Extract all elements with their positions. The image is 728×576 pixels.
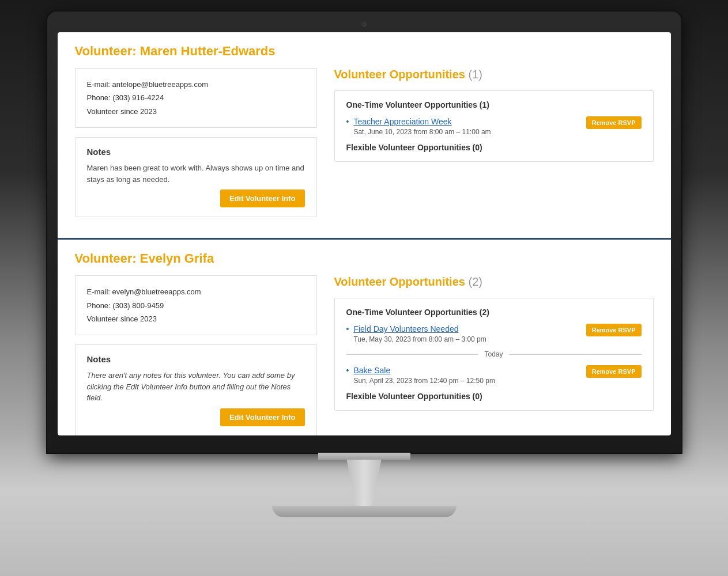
notes-text-maren: Maren has been great to work with. Alway… [87,162,305,185]
opportunities-card-maren: One-Time Volunteer Opportunities (1)•Tea… [334,90,654,162]
phone-evelyn: Phone: (303) 800-9459 [87,299,305,312]
opp-item-evelyn-0: •Field Day Volunteers NeededTue, May 30,… [346,324,642,343]
notes-card-evelyn: NotesThere aren't any notes for this vol… [75,344,317,435]
monitor-stand-base [272,506,457,517]
flexible-title-maren: Flexible Volunteer Opportunities (0) [346,143,642,152]
monitor-camera [362,22,367,26]
opportunities-count-maren: (1) [468,68,482,81]
edit-volunteer-button-maren[interactable]: Edit Volunteer Info [220,190,305,207]
since-maren: Volunteer since 2023 [87,105,305,118]
opp-item-evelyn-1: •Bake SaleSun, April 23, 2023 from 12:40… [346,365,642,385]
opp-details-maren-0: Teacher Appreciation WeekSat, June 10, 2… [353,116,580,136]
volunteer-content-maren: E-mail: antelope@bluetreeapps.com Phone:… [75,68,654,226]
one-time-title-maren: One-Time Volunteer Opportunities (1) [346,100,642,109]
edit-volunteer-button-evelyn[interactable]: Edit Volunteer Info [220,408,305,426]
volunteer-content-evelyn: E-mail: evelyn@bluetreeapps.com Phone: (… [75,275,654,435]
opp-link-evelyn-0[interactable]: Field Day Volunteers Needed [353,324,458,334]
since-evelyn: Volunteer since 2023 [87,312,305,325]
email-evelyn: E-mail: evelyn@bluetreeapps.com [87,285,305,298]
notes-text-evelyn: There aren't any notes for this voluntee… [87,370,305,404]
opp-bullet-evelyn-1: • [346,366,349,375]
today-divider-line-right [509,354,642,355]
volunteer-section-evelyn: Volunteer: Evelyn Grifa E-mail: evelyn@b… [58,240,671,435]
today-divider-evelyn: Today [346,350,642,358]
phone-maren: Phone: (303) 916-4224 [87,91,305,104]
volunteer-left-evelyn: E-mail: evelyn@bluetreeapps.com Phone: (… [75,275,317,435]
opp-details-evelyn-0: Field Day Volunteers NeededTue, May 30, … [353,324,580,343]
monitor-stand-top [318,453,410,460]
monitor-frame: Volunteer: Maren Hutter-Edwards E-mail: … [47,12,681,507]
notes-title-maren: Notes [87,147,305,157]
opportunities-card-evelyn: One-Time Volunteer Opportunities (2)•Fie… [334,298,654,411]
monitor-bezel: Volunteer: Maren Hutter-Edwards E-mail: … [47,12,681,453]
volunteer-right-maren: Volunteer Opportunities (1)One-Time Volu… [334,68,654,226]
email-maren: E-mail: antelope@bluetreeapps.com [87,78,305,91]
opp-link-maren-0[interactable]: Teacher Appreciation Week [353,117,451,126]
opp-date-maren-0: Sat, June 10, 2023 from 8:00 am – 11:00 … [353,128,580,136]
volunteer-left-maren: E-mail: antelope@bluetreeapps.com Phone:… [75,68,317,226]
volunteer-right-evelyn: Volunteer Opportunities (2)One-Time Volu… [334,275,654,435]
opportunities-title-evelyn: Volunteer Opportunities (2) [334,275,654,289]
flexible-title-evelyn: Flexible Volunteer Opportunities (0) [346,392,642,401]
monitor-screen: Volunteer: Maren Hutter-Edwards E-mail: … [58,32,671,435]
opp-item-maren-0: •Teacher Appreciation WeekSat, June 10, … [346,116,642,136]
opp-date-evelyn-0: Tue, May 30, 2023 from 8:00 am – 3:00 pm [353,335,580,343]
opp-link-evelyn-1[interactable]: Bake Sale [353,366,390,375]
opportunities-title-maren: Volunteer Opportunities (1) [334,68,654,81]
today-divider-line-left [346,354,479,355]
volunteer-title-maren: Volunteer: Maren Hutter-Edwards [75,44,654,59]
info-card-evelyn: E-mail: evelyn@bluetreeapps.com Phone: (… [75,275,317,335]
volunteer-section-maren: Volunteer: Maren Hutter-Edwards E-mail: … [58,32,671,240]
one-time-title-evelyn: One-Time Volunteer Opportunities (2) [346,308,642,317]
notes-title-evelyn: Notes [87,354,305,364]
opp-bullet-maren-0: • [346,117,349,126]
opp-details-evelyn-1: Bake SaleSun, April 23, 2023 from 12:40 … [353,365,580,385]
remove-rsvp-button-evelyn-1[interactable]: Remove RSVP [586,365,642,378]
edit-btn-container-maren: Edit Volunteer Info [87,190,305,207]
info-card-maren: E-mail: antelope@bluetreeapps.com Phone:… [75,68,317,128]
opp-bullet-evelyn-0: • [346,324,349,334]
remove-rsvp-button-evelyn-0[interactable]: Remove RSVP [586,324,642,336]
opp-date-evelyn-1: Sun, April 23, 2023 from 12:40 pm – 12:5… [353,377,580,385]
volunteer-title-evelyn: Volunteer: Evelyn Grifa [75,251,654,266]
notes-card-maren: NotesMaren has been great to work with. … [75,137,317,217]
today-label-evelyn: Today [478,350,508,358]
edit-btn-container-evelyn: Edit Volunteer Info [87,408,305,426]
remove-rsvp-button-maren-0[interactable]: Remove RSVP [586,116,642,129]
opportunities-count-evelyn: (2) [468,275,482,288]
